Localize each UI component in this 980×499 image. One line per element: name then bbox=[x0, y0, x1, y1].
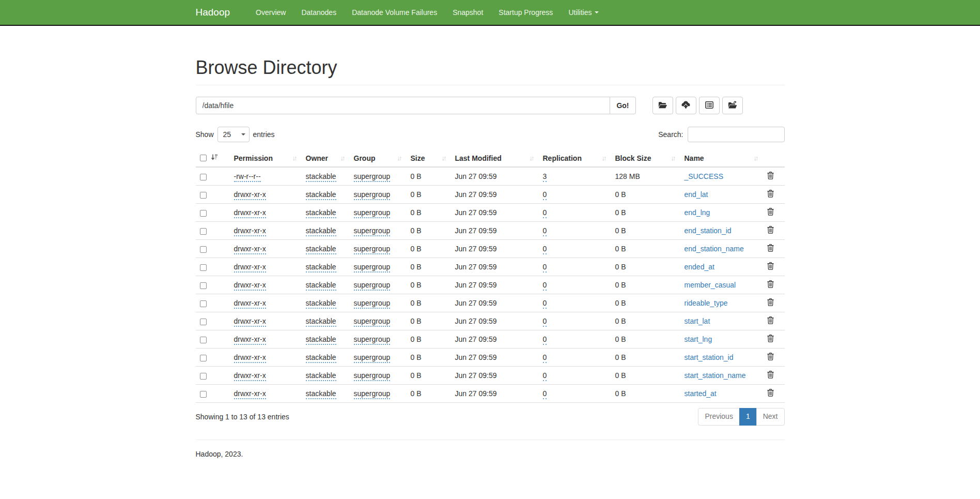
column-header-group[interactable]: Group ↓↑ bbox=[350, 149, 407, 167]
file-name-link[interactable]: started_at bbox=[685, 389, 717, 398]
replication-cell[interactable]: 3 bbox=[543, 172, 547, 182]
permission-cell[interactable]: drwxr-xr-x bbox=[234, 208, 266, 218]
nav-item-utilities-dropdown[interactable]: Utilities bbox=[561, 0, 606, 25]
permission-cell[interactable]: drwxr-xr-x bbox=[234, 281, 266, 291]
trash-icon[interactable] bbox=[767, 353, 774, 362]
file-name-link[interactable]: start_lng bbox=[685, 335, 712, 343]
permission-cell[interactable]: drwxr-xr-x bbox=[234, 317, 266, 327]
trash-icon[interactable] bbox=[767, 190, 774, 199]
permission-cell[interactable]: drwxr-xr-x bbox=[234, 245, 266, 254]
owner-cell[interactable]: stackable bbox=[306, 389, 336, 399]
file-name-link[interactable]: start_station_id bbox=[685, 353, 734, 361]
replication-cell[interactable]: 0 bbox=[543, 263, 547, 273]
permission-cell[interactable]: drwxr-xr-x bbox=[234, 389, 266, 399]
owner-cell[interactable]: stackable bbox=[306, 353, 336, 363]
group-cell[interactable]: supergroup bbox=[354, 299, 391, 309]
replication-cell[interactable]: 0 bbox=[543, 389, 547, 399]
owner-cell[interactable]: stackable bbox=[306, 263, 336, 273]
pagination-previous[interactable]: Previous bbox=[698, 408, 739, 426]
file-name-link[interactable]: _SUCCESS bbox=[685, 172, 723, 180]
trash-icon[interactable] bbox=[767, 371, 774, 380]
permission-cell[interactable]: drwxr-xr-x bbox=[234, 263, 266, 273]
file-name-link[interactable]: member_casual bbox=[685, 281, 736, 289]
column-header-size[interactable]: Size ↓↑ bbox=[407, 149, 451, 167]
navbar-brand-hadoop[interactable]: Hadoop bbox=[196, 0, 238, 25]
row-checkbox[interactable] bbox=[200, 246, 207, 253]
permission-cell[interactable]: drwxr-xr-x bbox=[234, 299, 266, 309]
nav-item-datanode-volume-failures[interactable]: Datanode Volume Failures bbox=[344, 0, 445, 25]
owner-cell[interactable]: stackable bbox=[306, 172, 336, 182]
row-checkbox[interactable] bbox=[200, 319, 207, 325]
column-header-replication[interactable]: Replication ↓↑ bbox=[539, 149, 611, 167]
replication-cell[interactable]: 0 bbox=[543, 281, 547, 291]
replication-cell[interactable]: 0 bbox=[543, 299, 547, 309]
owner-cell[interactable]: stackable bbox=[306, 245, 336, 254]
create-directory-button[interactable] bbox=[652, 97, 673, 114]
row-checkbox[interactable] bbox=[200, 300, 207, 307]
row-checkbox[interactable] bbox=[200, 391, 207, 398]
column-header-select[interactable] bbox=[196, 149, 230, 167]
move-to-button[interactable] bbox=[722, 97, 743, 114]
go-button[interactable]: Go! bbox=[610, 97, 635, 114]
trash-icon[interactable] bbox=[767, 280, 774, 290]
group-cell[interactable]: supergroup bbox=[354, 281, 391, 291]
nav-item-datanodes[interactable]: Datanodes bbox=[293, 0, 344, 25]
group-cell[interactable]: supergroup bbox=[354, 353, 391, 363]
trash-icon[interactable] bbox=[767, 172, 774, 181]
trash-icon[interactable] bbox=[767, 316, 774, 326]
replication-cell[interactable]: 0 bbox=[543, 208, 547, 218]
group-cell[interactable]: supergroup bbox=[354, 263, 391, 273]
group-cell[interactable]: supergroup bbox=[354, 245, 391, 254]
replication-cell[interactable]: 0 bbox=[543, 317, 547, 327]
trash-icon[interactable] bbox=[767, 262, 774, 271]
group-cell[interactable]: supergroup bbox=[354, 172, 391, 182]
column-header-owner[interactable]: Owner ↓↑ bbox=[302, 149, 350, 167]
permission-cell[interactable]: drwxr-xr-x bbox=[234, 371, 266, 381]
permission-cell[interactable]: drwxr-xr-x bbox=[234, 335, 266, 345]
group-cell[interactable]: supergroup bbox=[354, 208, 391, 218]
trash-icon[interactable] bbox=[767, 208, 774, 217]
permission-cell[interactable]: drwxr-xr-x bbox=[234, 226, 266, 236]
owner-cell[interactable]: stackable bbox=[306, 281, 336, 291]
pagination-next[interactable]: Next bbox=[756, 408, 785, 426]
permission-cell[interactable]: drwxr-xr-x bbox=[234, 353, 266, 363]
nav-item-snapshot[interactable]: Snapshot bbox=[445, 0, 491, 25]
file-name-link[interactable]: end_station_name bbox=[685, 245, 744, 253]
owner-cell[interactable]: stackable bbox=[306, 299, 336, 309]
nav-item-overview[interactable]: Overview bbox=[248, 0, 293, 25]
file-name-link[interactable]: end_lng bbox=[685, 208, 710, 217]
file-name-link[interactable]: rideable_type bbox=[685, 299, 728, 307]
group-cell[interactable]: supergroup bbox=[354, 190, 391, 200]
permission-cell[interactable]: drwxr-xr-x bbox=[234, 190, 266, 200]
directory-path-input[interactable] bbox=[196, 97, 611, 114]
column-header-name[interactable]: Name ↓↑ bbox=[680, 149, 763, 167]
file-name-link[interactable]: start_lat bbox=[685, 317, 710, 325]
row-checkbox[interactable] bbox=[200, 210, 207, 217]
group-cell[interactable]: supergroup bbox=[354, 389, 391, 399]
row-checkbox[interactable] bbox=[200, 282, 207, 289]
search-input[interactable] bbox=[688, 127, 785, 142]
replication-cell[interactable]: 0 bbox=[543, 226, 547, 236]
file-name-link[interactable]: start_station_name bbox=[685, 371, 746, 380]
trash-icon[interactable] bbox=[767, 389, 774, 398]
group-cell[interactable]: supergroup bbox=[354, 335, 391, 345]
owner-cell[interactable]: stackable bbox=[306, 335, 336, 345]
replication-cell[interactable]: 0 bbox=[543, 190, 547, 200]
select-all-checkbox[interactable] bbox=[200, 155, 207, 161]
row-checkbox[interactable] bbox=[200, 228, 207, 235]
row-checkbox[interactable] bbox=[200, 192, 207, 199]
set-quota-button[interactable] bbox=[699, 97, 720, 114]
trash-icon[interactable] bbox=[767, 226, 774, 235]
owner-cell[interactable]: stackable bbox=[306, 190, 336, 200]
file-name-link[interactable]: end_station_id bbox=[685, 226, 732, 235]
permission-cell[interactable]: -rw-r--r-- bbox=[234, 172, 261, 182]
nav-item-startup-progress[interactable]: Startup Progress bbox=[491, 0, 561, 25]
upload-files-button[interactable] bbox=[676, 97, 696, 114]
replication-cell[interactable]: 0 bbox=[543, 353, 547, 363]
group-cell[interactable]: supergroup bbox=[354, 226, 391, 236]
trash-icon[interactable] bbox=[767, 244, 774, 253]
owner-cell[interactable]: stackable bbox=[306, 317, 336, 327]
column-header-permission[interactable]: Permission ↓↑ bbox=[230, 149, 302, 167]
file-name-link[interactable]: end_lat bbox=[685, 190, 708, 199]
row-checkbox[interactable] bbox=[200, 373, 207, 380]
